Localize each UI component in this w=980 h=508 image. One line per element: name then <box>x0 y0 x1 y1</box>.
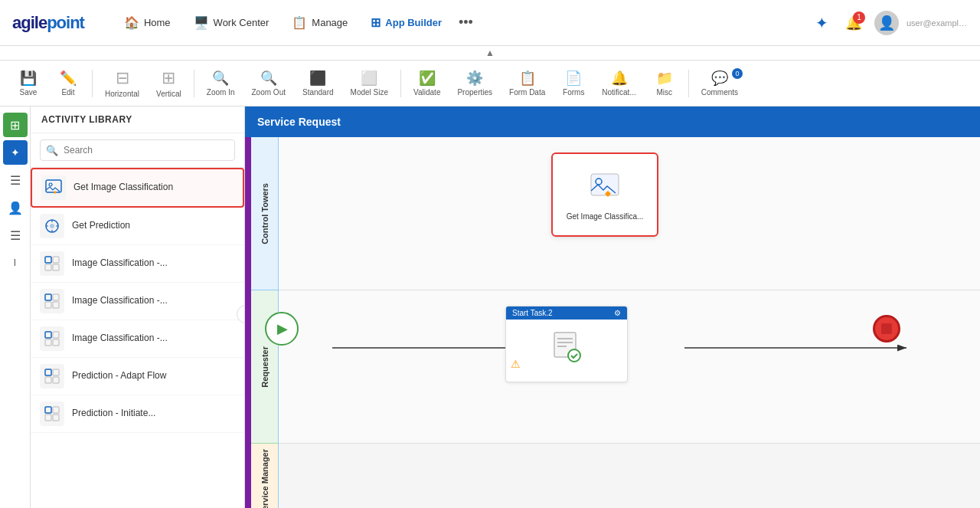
horizontal-label: Horizontal <box>105 90 139 98</box>
activity-sidebar: Activity Library 🔍 Get Image Classificat… <box>31 107 245 508</box>
save-icon: 💾 <box>20 70 37 87</box>
zoom-in-label: Zoom In <box>207 88 235 97</box>
task-node-title: Start Task.2 <box>512 309 553 317</box>
comments-label: Comments <box>701 88 738 97</box>
start-node[interactable]: ▶ <box>265 312 299 346</box>
standard-label: Standard <box>302 88 334 97</box>
task-settings-icon[interactable]: ⚙ <box>614 309 621 317</box>
zoom-in-button[interactable]: 🔍 Zoom In <box>199 67 243 100</box>
home-icon: 🏠 <box>124 15 139 30</box>
search-input[interactable] <box>40 139 235 161</box>
nav-workcenter[interactable]: 🖥️ Work Center <box>185 11 279 34</box>
nav-manage[interactable]: 📋 Manage <box>283 11 357 34</box>
validate-button[interactable]: ✅ Validate <box>406 67 448 100</box>
nav-appbuilder[interactable]: ⊞ App Builder <box>361 11 451 34</box>
model-size-button[interactable]: ⬜ Model Size <box>343 67 396 100</box>
list-item[interactable]: Image Classification -... <box>31 283 244 320</box>
prediction-adapt-flow-icon <box>40 364 64 388</box>
tag-panel-button[interactable]: I <box>3 251 28 275</box>
prediction-adapt-flow-label: Prediction - Adapt Flow <box>72 370 166 382</box>
canvas-content[interactable]: Control Towers Requester Service Manager <box>245 137 980 508</box>
misc-button[interactable]: 📁 Misc <box>645 67 684 100</box>
list-item[interactable]: Get Prediction <box>31 208 244 245</box>
image-classification-3-label: Image Classification -... <box>72 333 168 345</box>
get-image-classification-label: Get Image Classification <box>74 182 173 194</box>
task-node-body: ⚠ <box>506 320 627 373</box>
main-layout: ⊞ ✦ ☰ 👤 ☰ I Activity Library 🔍 Get Image… <box>0 107 980 508</box>
comments-button[interactable]: 💬 Comments 0 <box>694 67 746 100</box>
properties-icon: ⚙️ <box>466 70 483 87</box>
svg-rect-23 <box>53 415 59 421</box>
requester-lane <box>279 290 980 444</box>
svg-rect-13 <box>53 332 59 338</box>
standard-button[interactable]: ⬛ Standard <box>295 67 341 100</box>
apps-panel-button[interactable]: ⊞ <box>3 113 28 137</box>
form-data-button[interactable]: 📋 Form Data <box>501 67 553 100</box>
edit-button[interactable]: ✏️ Edit <box>49 67 87 100</box>
get-image-classification-node-label: Get Image Classifica... <box>564 212 647 221</box>
user-panel-button[interactable]: 👤 <box>3 195 28 220</box>
manage-icon: 📋 <box>292 15 307 30</box>
menu2-panel-button[interactable]: ☰ <box>3 223 28 247</box>
comments-badge: 0 <box>732 68 743 79</box>
list-item[interactable]: Prediction - Initiate... <box>31 395 244 433</box>
form-data-label: Form Data <box>509 88 545 97</box>
get-image-classification-icon <box>41 175 66 200</box>
nav-home[interactable]: 🏠 Home <box>115 11 180 34</box>
zoom-in-icon: 🔍 <box>212 70 229 87</box>
horizontal-icon: ⊟ <box>116 68 129 88</box>
properties-label: Properties <box>457 88 492 97</box>
properties-button[interactable]: ⚙️ Properties <box>449 67 500 100</box>
service-manager-label: Service Manager <box>251 444 278 508</box>
save-button[interactable]: 💾 Save <box>9 67 47 100</box>
collapse-arrow[interactable]: ▲ <box>0 46 980 61</box>
prediction-initiate-label: Prediction - Initiate... <box>72 408 155 420</box>
validate-label: Validate <box>413 88 440 97</box>
svg-rect-9 <box>53 294 59 300</box>
horizontal-button[interactable]: ⊟ Horizontal <box>97 65 147 101</box>
forms-button[interactable]: 📄 Forms <box>554 67 593 100</box>
notification-button[interactable]: 🔔 1 <box>841 10 867 36</box>
get-image-classification-node[interactable]: Get Image Classifica... <box>551 152 658 237</box>
user-name: user@example.com <box>906 18 968 28</box>
form-data-icon: 📋 <box>519 70 536 87</box>
vertical-button[interactable]: ⊞ Vertical <box>149 65 189 101</box>
notifications-button[interactable]: 🔔 Notificat... <box>594 67 643 100</box>
logo[interactable]: agilepoint <box>12 13 84 33</box>
nav-appbuilder-label: App Builder <box>385 17 442 28</box>
zoom-out-button[interactable]: 🔍 Zoom Out <box>244 67 293 100</box>
nav-more-button[interactable]: ••• <box>456 11 476 34</box>
prediction-initiate-icon <box>40 401 64 426</box>
svg-rect-19 <box>53 377 59 383</box>
list-item[interactable]: Image Classification -... <box>31 245 244 283</box>
end-node[interactable] <box>873 315 900 342</box>
list-item[interactable]: Prediction - Adapt Flow <box>31 358 244 395</box>
svg-rect-7 <box>53 264 59 270</box>
zoom-out-icon: 🔍 <box>260 70 277 87</box>
ai-panel-button[interactable]: ✦ <box>3 140 28 165</box>
notification-badge: 1 <box>853 11 865 24</box>
purple-bar <box>245 137 251 508</box>
svg-rect-4 <box>45 257 51 263</box>
svg-rect-5 <box>53 257 59 263</box>
toolbar: 💾 Save ✏️ Edit ⊟ Horizontal ⊞ Vertical 🔍… <box>0 61 980 107</box>
user-avatar[interactable]: 👤 <box>874 11 899 35</box>
get-image-classification-node-icon <box>588 169 622 209</box>
canvas-header: Service Request <box>245 107 980 137</box>
activity-list: Get Image Classification Get Prediction … <box>31 168 244 508</box>
start-task-2-node[interactable]: Start Task.2 ⚙ ⚠ <box>505 306 628 382</box>
list-item[interactable]: Image Classification -... <box>31 320 244 358</box>
svg-rect-11 <box>53 302 59 308</box>
svg-rect-22 <box>45 415 51 421</box>
list-panel-button[interactable]: ☰ <box>3 168 28 192</box>
zoom-out-label: Zoom Out <box>252 88 286 97</box>
warning-icon: ⚠ <box>511 358 521 370</box>
svg-rect-8 <box>45 294 51 300</box>
ai-nav-button[interactable]: ✦ <box>811 9 833 37</box>
model-size-label: Model Size <box>351 88 388 97</box>
svg-rect-6 <box>45 264 51 270</box>
vertical-icon: ⊞ <box>162 68 175 88</box>
forms-icon: 📄 <box>565 70 582 87</box>
list-item[interactable]: Get Image Classification <box>31 168 244 208</box>
svg-rect-15 <box>53 339 59 346</box>
